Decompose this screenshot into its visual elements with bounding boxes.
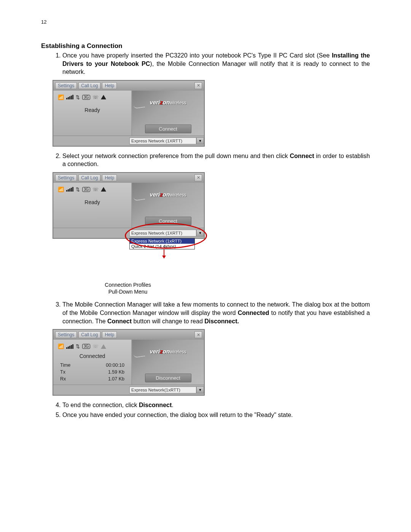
step-5: Once you have ended your connection, the… — [62, 411, 370, 419]
step-bold: Connect — [107, 318, 132, 324]
3g-badge-icon: 3G — [82, 95, 90, 100]
connect-button[interactable]: Connect — [145, 125, 191, 133]
connect-button[interactable]: Connect — [145, 217, 191, 225]
profile-dropdown[interactable]: Express Network (1XRTT) — [129, 230, 196, 236]
phone-icon: ☏ — [92, 94, 99, 100]
table-row: Tx1.59 Kb — [57, 369, 127, 375]
antenna-icon: 📶 — [58, 343, 64, 349]
menu-settings[interactable]: Settings — [55, 174, 77, 181]
chevron-down-icon[interactable]: ▼ — [196, 137, 204, 144]
triangle-icon — [101, 344, 106, 349]
profile-dropdown[interactable]: Express Network(1xRTT) — [129, 387, 196, 393]
step-4: To end the connection, click Disconnect. — [62, 401, 370, 409]
menu-help[interactable]: Help — [102, 82, 117, 89]
signal-bars-icon — [66, 344, 73, 349]
step-bold: Disconnect — [139, 402, 172, 408]
stats-table: Time00:00:10 Tx1.59 Kb Rx1.07 Kb — [56, 361, 128, 383]
brand-logo: verizonwireless — [132, 348, 204, 355]
section-heading: Establishing a Connection — [41, 42, 370, 50]
brand-logo: verizonwireless — [132, 191, 204, 198]
phone-icon: ☏ — [92, 187, 99, 192]
table-row: Time00:00:10 — [57, 362, 127, 368]
status-panel: 📶 ⇅ 3G ☏ Ready — [53, 91, 132, 136]
dropdown-option[interactable]: Express Network (1xRTT) — [130, 238, 194, 244]
antenna-icon: 📶 — [58, 94, 64, 100]
3g-badge-icon: 3G — [82, 344, 90, 349]
status-icons: 📶 ⇅ 3G ☏ — [56, 343, 128, 350]
stat-label: Time — [57, 362, 84, 368]
step-bold: Disconnect. — [204, 318, 239, 324]
profile-dropdown[interactable]: Express Network (1XRTT) — [129, 137, 196, 144]
titlebar: Settings Call Log Help ✕ — [53, 173, 204, 183]
page-number: 12 — [41, 19, 370, 25]
stat-value: 1.07 Kb — [85, 376, 127, 382]
step-text: To end the connection, click — [62, 402, 139, 408]
profile-dropdown-row: Express Network (1XRTT) ▼ — [53, 136, 204, 146]
connection-manager-window: Settings Call Log Help ✕ 📶 ⇅ 3G ☏ Connec… — [53, 329, 205, 396]
document-page: 12 Establishing a Connection Once you ha… — [0, 0, 411, 446]
chevron-down-icon[interactable]: ▼ — [196, 387, 204, 393]
signal-bars-icon — [66, 95, 73, 99]
figure-caption: Connection Profiles Pull-Down Menu — [53, 281, 203, 295]
close-icon[interactable]: ✕ — [194, 331, 202, 338]
antenna-icon: 📶 — [58, 187, 64, 192]
step-text: Once you have ended your connection, the… — [62, 412, 293, 418]
step-3: The Mobile Connection Manager will take … — [62, 300, 370, 325]
menu-settings[interactable]: Settings — [55, 82, 77, 89]
profile-dropdown-row: Express Network(1xRTT) ▼ — [53, 385, 204, 395]
status-panel: 📶 ⇅ 3G ☏ Connected Time00:00:10 Tx1.59 K… — [53, 340, 132, 385]
close-icon[interactable]: ✕ — [194, 174, 202, 181]
status-icons: 📶 ⇅ 3G ☏ — [56, 186, 128, 193]
titlebar: Settings Call Log Help ✕ — [53, 81, 204, 91]
stat-value: 1.59 Kb — [85, 369, 127, 375]
status-label: Ready — [56, 199, 128, 205]
menu-calllog[interactable]: Call Log — [78, 174, 100, 181]
stat-label: Rx — [57, 376, 84, 382]
disconnect-button[interactable]: Disconnect — [145, 374, 191, 382]
status-label: Connected — [56, 353, 128, 359]
profile-dropdown-row: Express Network (1XRTT) ▼ Express Networ… — [53, 228, 204, 238]
titlebar: Settings Call Log Help ✕ — [53, 330, 204, 340]
triangle-icon — [101, 95, 106, 99]
action-panel: verizonwireless Connect — [132, 91, 204, 136]
status-label: Ready — [56, 107, 128, 113]
close-icon[interactable]: ✕ — [194, 82, 202, 89]
connection-manager-window: Settings Call Log Help ✕ 📶 ⇅ 3G ☏ Ready — [53, 172, 205, 239]
chevron-down-icon[interactable]: ▼ — [196, 230, 204, 236]
arrows-icon: ⇅ — [76, 94, 80, 100]
step-1: Once you have properly inserted the PC32… — [62, 51, 370, 76]
status-panel: 📶 ⇅ 3G ☏ Ready — [53, 183, 132, 228]
arrows-icon: ⇅ — [76, 187, 80, 192]
step-bold: Connected — [238, 310, 269, 316]
step-2: Select your network connection preferenc… — [62, 152, 370, 168]
menu-calllog[interactable]: Call Log — [78, 331, 100, 338]
3g-badge-icon: 3G — [82, 187, 90, 192]
stat-label: Tx — [57, 369, 84, 375]
step-text: Select your network connection preferenc… — [62, 153, 290, 159]
arrows-icon: ⇅ — [76, 343, 80, 349]
dropdown-option[interactable]: Quick 2 Net (14.4kbps) — [130, 244, 194, 249]
phone-icon: ☏ — [92, 343, 99, 349]
action-panel: verizonwireless Connect — [132, 183, 204, 228]
step-text: button will change to read — [132, 318, 204, 324]
menu-settings[interactable]: Settings — [55, 331, 77, 338]
menu-calllog[interactable]: Call Log — [78, 82, 100, 89]
table-row: Rx1.07 Kb — [57, 376, 127, 382]
step-text: Once you have properly inserted the PC32… — [62, 52, 332, 59]
step-text: . — [172, 402, 173, 408]
status-icons: 📶 ⇅ 3G ☏ — [56, 94, 128, 101]
menu-help[interactable]: Help — [102, 331, 117, 338]
brand-logo: verizonwireless — [132, 99, 204, 105]
menu-help[interactable]: Help — [102, 174, 117, 181]
stat-value: 00:00:10 — [85, 362, 127, 368]
connection-manager-window: Settings Call Log Help ✕ 📶 ⇅ 3G ☏ Ready — [53, 80, 205, 147]
profile-dropdown-list: Express Network (1xRTT) Quick 2 Net (14.… — [129, 238, 195, 249]
triangle-icon — [101, 187, 106, 192]
signal-bars-icon — [66, 187, 73, 192]
step-bold: Connect — [290, 153, 314, 159]
action-panel: verizonwireless Disconnect — [132, 340, 204, 385]
